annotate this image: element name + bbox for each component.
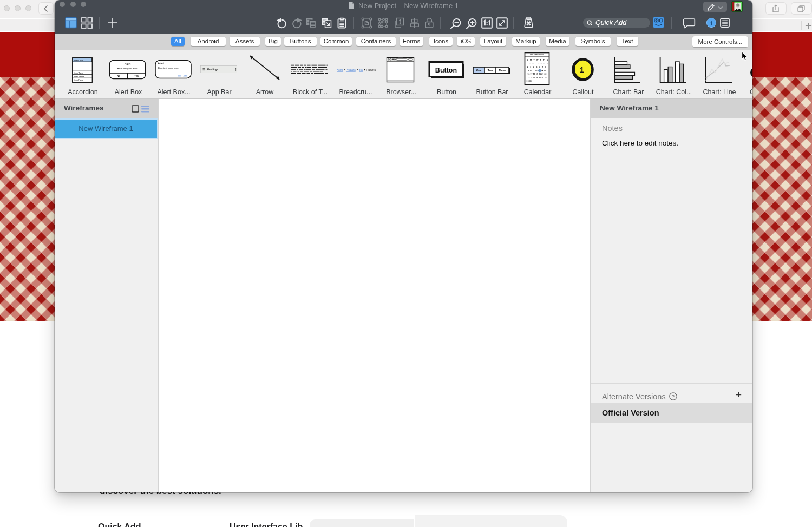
svg-text:Products: Products bbox=[346, 69, 356, 71]
svg-text:Alert text goes here: Alert text goes here bbox=[158, 67, 179, 69]
svg-text:Alert: Alert bbox=[158, 62, 165, 65]
svg-text:16 17 18 19 20 21 22: 16 17 18 19 20 21 22 bbox=[527, 73, 546, 75]
svg-text:Alert text goes here: Alert text goes here bbox=[117, 67, 138, 70]
svg-text:9 10 11 12 13 14 15: 9 10 11 12 13 14 15 bbox=[528, 70, 546, 72]
svg-text:23 24 25 26 27 28 29: 23 24 25 26 27 28 29 bbox=[527, 77, 546, 79]
svg-text:Three: Three bbox=[499, 69, 506, 72]
svg-text:Item One: Item One bbox=[74, 59, 83, 62]
svg-text:Button: Button bbox=[435, 67, 457, 74]
svg-text:Item Four: Item Four bbox=[74, 78, 84, 81]
svg-text:Features: Features bbox=[366, 69, 377, 71]
svg-text:Yes: Yes bbox=[183, 74, 187, 77]
svg-text:30 31: 30 31 bbox=[527, 80, 532, 82]
svg-text:Item Two: Item Two bbox=[74, 71, 83, 74]
svg-text:Heading: Heading bbox=[207, 68, 217, 71]
svg-text:1: 1 bbox=[580, 65, 584, 74]
svg-text:You: You bbox=[359, 69, 363, 71]
svg-text:?: ? bbox=[672, 393, 675, 399]
svg-text:Two: Two bbox=[488, 69, 493, 72]
svg-text:Item Three: Item Three bbox=[74, 75, 85, 78]
svg-text:No: No bbox=[178, 74, 181, 77]
svg-text:One: One bbox=[476, 69, 482, 72]
svg-text:Home: Home bbox=[337, 69, 344, 71]
svg-text:DECEMBER 2018: DECEMBER 2018 bbox=[530, 54, 544, 56]
svg-text:No: No bbox=[117, 75, 120, 77]
svg-text:1: 1 bbox=[547, 63, 548, 65]
svg-text:Yes: Yes bbox=[134, 75, 139, 77]
svg-text:W: W bbox=[536, 59, 539, 61]
svg-text:M: M bbox=[530, 59, 532, 61]
svg-text:⋮: ⋮ bbox=[234, 68, 237, 71]
svg-text:2 3 4 5 6 7 8: 2 3 4 5 6 7 8 bbox=[527, 66, 547, 68]
svg-text:25 26 27 28 29 30: 25 26 27 28 29 30 bbox=[529, 63, 545, 65]
svg-text:i: i bbox=[710, 19, 712, 27]
svg-text:Alert: Alert bbox=[125, 62, 131, 65]
